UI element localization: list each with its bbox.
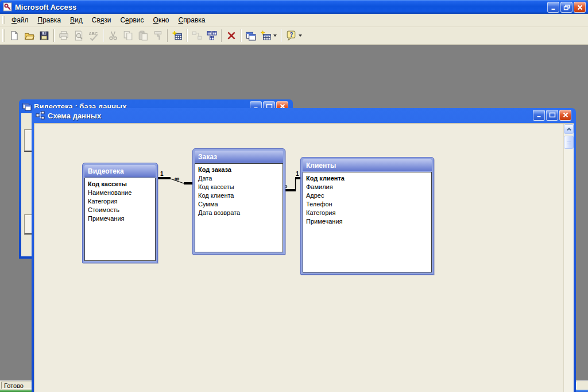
field-row[interactable]: Стоимость <box>88 206 155 214</box>
toolbar-clear-button[interactable] <box>225 28 238 43</box>
schema-minimize-button[interactable] <box>533 110 545 121</box>
relationship-1-one-label: 1 <box>160 171 164 177</box>
field-row[interactable]: Код кассеты <box>88 180 155 189</box>
cut-icon <box>108 30 118 41</box>
access-app-icon <box>3 2 12 11</box>
paste-icon <box>138 30 148 41</box>
close-button[interactable] <box>574 2 586 13</box>
print-icon <box>59 30 69 41</box>
field-row[interactable]: Примечания <box>88 214 155 223</box>
chevron-up-icon <box>566 124 572 134</box>
field-row[interactable]: Примечания <box>306 217 431 226</box>
entity-klienty[interactable]: КлиентыКод клиентаФамилияАдресТелефонКат… <box>300 157 434 275</box>
minimize-icon <box>536 111 543 120</box>
database-window-icon <box>22 102 32 111</box>
clear-icon <box>226 30 237 41</box>
copy-icon <box>123 30 133 41</box>
save-icon <box>39 30 49 41</box>
restore-icon <box>563 2 570 13</box>
screen: { "titlebar": { "title": "Microsoft Acce… <box>0 0 588 392</box>
entity-title[interactable]: Видеотека <box>84 165 156 177</box>
toolbar-separator <box>53 29 55 42</box>
entity-videoteka[interactable]: ВидеотекаКод кассетыНаименованиеКатегори… <box>82 163 158 263</box>
menu-item-edit[interactable]: Правка <box>33 14 66 26</box>
field-row[interactable]: Телефон <box>306 200 431 209</box>
direct-rel-icon <box>192 30 202 41</box>
toolbar-new-object-button[interactable] <box>259 28 278 43</box>
entity-field-list: Код заказаДатаКод кассетыКод клиентаСумм… <box>195 163 283 252</box>
field-row[interactable]: Адрес <box>306 191 431 200</box>
spelling-icon: ABC <box>88 30 99 41</box>
field-row[interactable]: Сумма <box>198 200 283 209</box>
toolbar-grip[interactable] <box>2 29 5 42</box>
toolbar-separator <box>281 29 282 42</box>
minimize-icon <box>550 2 557 13</box>
toolbar-copy-button <box>121 28 135 43</box>
relationships-client-area: 1 ∞ 1 ∞ ВидеотекаКод кассетыНаименование… <box>34 123 574 392</box>
menu-item-help[interactable]: Справка <box>173 14 210 26</box>
restore-button[interactable] <box>560 2 572 13</box>
field-row[interactable]: Наименование <box>88 189 155 197</box>
field-row[interactable]: Категория <box>306 209 431 217</box>
relationships-canvas[interactable]: 1 ∞ 1 ∞ ВидеотекаКод кассетыНаименование… <box>34 123 564 392</box>
vertical-scrollbar[interactable] <box>563 124 574 392</box>
open-icon <box>24 30 34 41</box>
mdi-area: Видеотека : база данных Схема данных <box>0 45 588 381</box>
entity-zakaz[interactable]: ЗаказКод заказаДатаКод кассетыКод клиент… <box>192 148 285 255</box>
field-row[interactable]: Дата возврата <box>198 209 283 217</box>
new-object-icon <box>261 30 271 41</box>
entity-title[interactable]: Заказ <box>195 151 283 163</box>
painter-icon <box>153 30 163 41</box>
relationships-window[interactable]: Схема данных 1 ∞ 1 <box>32 108 576 392</box>
toolbar-buttons: ABC? <box>0 27 588 45</box>
schema-close-button[interactable] <box>559 110 571 121</box>
toolbar-print-button <box>57 28 71 43</box>
field-row[interactable]: Фамилия <box>306 183 431 191</box>
relationships-window-title: Схема данных <box>48 112 101 120</box>
field-row[interactable]: Дата <box>198 174 283 183</box>
toolbar-cut-button <box>106 28 120 43</box>
menu-item-relationships[interactable]: Связи <box>87 14 116 26</box>
toolbar-paste-button <box>136 28 150 43</box>
toolbar-new-button[interactable] <box>7 28 21 43</box>
field-row[interactable]: Код заказа <box>198 166 283 174</box>
toolbar-show-table-button[interactable] <box>171 28 184 43</box>
toolbar-separator <box>241 29 242 42</box>
dropdown-arrow-icon[interactable] <box>299 34 302 37</box>
menu-item-service[interactable]: Сервис <box>115 14 148 26</box>
dropdown-arrow-icon[interactable] <box>273 34 277 37</box>
maximize-icon <box>549 111 556 120</box>
relationship-1-many-label: ∞ <box>175 175 180 183</box>
show-table-icon <box>172 30 183 41</box>
menu-item-view[interactable]: Вид <box>65 14 87 26</box>
toolbar-dbwindow-button[interactable] <box>244 28 258 43</box>
field-row[interactable]: Код клиента <box>306 174 431 183</box>
menu-item-file[interactable]: Файл <box>7 14 33 26</box>
toolbar-separator <box>167 29 168 42</box>
relationships-window-titlebar[interactable]: Схема данных <box>34 108 574 123</box>
entity-title[interactable]: Клиенты <box>303 159 432 171</box>
toolbar-all-rel-button[interactable] <box>205 28 219 43</box>
relationship-line <box>171 179 184 183</box>
toolbar-open-button[interactable] <box>22 28 36 43</box>
app-titlebar[interactable]: Microsoft Access <box>0 0 588 14</box>
relationship-2-one-label: 1 <box>296 171 299 177</box>
schema-maximize-button[interactable] <box>546 110 558 121</box>
toolbar-help-button[interactable]: ? <box>284 28 304 43</box>
scroll-up-button[interactable] <box>564 124 574 134</box>
new-icon <box>9 30 20 41</box>
field-row[interactable]: Категория <box>88 197 155 206</box>
svg-text:?: ? <box>289 32 293 38</box>
menu-item-window[interactable]: Окно <box>149 14 174 26</box>
toolbar-spelling-button: ABC <box>87 28 100 43</box>
toolbar-save-button[interactable] <box>37 28 51 43</box>
minimize-button[interactable] <box>547 2 559 13</box>
field-row[interactable]: Код клиента <box>198 191 283 200</box>
field-row[interactable]: Код кассеты <box>198 183 283 191</box>
relationships-icon <box>36 111 45 120</box>
menu-grip[interactable] <box>2 16 5 24</box>
toolbar-separator <box>187 29 188 42</box>
toolbar-painter-button <box>151 28 165 43</box>
vertical-scroll-thumb[interactable] <box>564 136 574 149</box>
all-rel-icon <box>207 30 217 41</box>
